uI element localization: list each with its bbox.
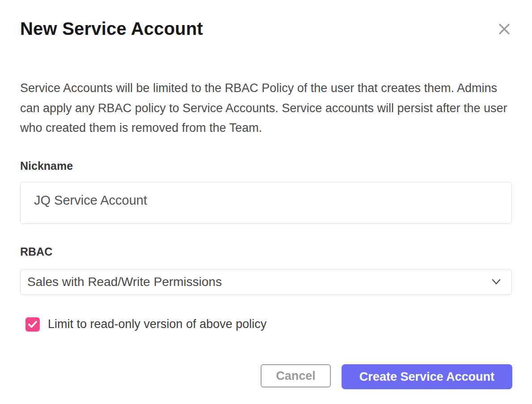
modal-title: New Service Account [20, 19, 512, 39]
nickname-label: Nickname [20, 160, 512, 173]
create-service-account-button[interactable]: Create Service Account [342, 364, 512, 389]
chevron-down-icon [491, 278, 502, 286]
read-only-checkbox-row: Limit to read-only version of above poli… [25, 317, 512, 332]
close-icon [498, 22, 511, 37]
rbac-selected-value: Sales with Read/Write Permissions [27, 275, 491, 289]
nickname-input[interactable] [20, 182, 512, 224]
rbac-label: RBAC [20, 245, 512, 258]
read-only-checkbox[interactable] [25, 317, 40, 332]
rbac-select[interactable]: Sales with Read/Write Permissions [20, 269, 512, 295]
modal-footer: Cancel Create Service Account [0, 364, 512, 389]
check-icon [28, 320, 38, 328]
modal-description: Service Accounts will be limited to the … [20, 78, 514, 138]
new-service-account-modal: New Service Account Service Accounts wil… [0, 0, 532, 404]
cancel-button[interactable]: Cancel [261, 364, 331, 387]
read-only-checkbox-label: Limit to read-only version of above poli… [48, 317, 266, 331]
close-button[interactable] [496, 21, 512, 38]
